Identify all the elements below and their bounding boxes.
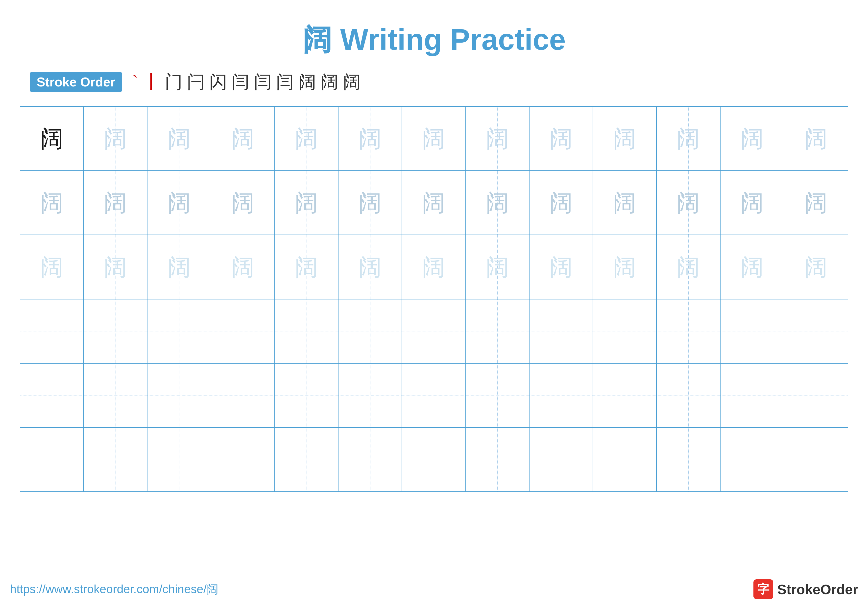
cell-3-4[interactable]: 阔 bbox=[211, 235, 275, 299]
cell-5-12[interactable] bbox=[721, 364, 784, 427]
cell-6-1[interactable] bbox=[20, 428, 84, 491]
stroke-11: 阔 bbox=[343, 70, 361, 94]
grid-row-4 bbox=[20, 300, 848, 364]
cell-1-7[interactable]: 阔 bbox=[402, 107, 466, 170]
page: 阔 Writing Practice Stroke Order ` 丨 门 闩 … bbox=[0, 0, 868, 614]
cell-1-6[interactable]: 阔 bbox=[338, 107, 402, 170]
cell-1-12[interactable]: 阔 bbox=[721, 107, 784, 170]
cell-4-5[interactable] bbox=[275, 300, 338, 363]
cell-2-12[interactable]: 阔 bbox=[721, 171, 784, 235]
cell-2-13[interactable]: 阔 bbox=[784, 171, 848, 235]
stroke-6: 闫 bbox=[232, 70, 250, 94]
cell-5-9[interactable] bbox=[530, 364, 593, 427]
cell-6-11[interactable] bbox=[657, 428, 720, 491]
stroke-1: ` bbox=[132, 72, 138, 92]
cell-5-4[interactable] bbox=[211, 364, 275, 427]
cell-2-6[interactable]: 阔 bbox=[338, 171, 402, 235]
cell-3-7[interactable]: 阔 bbox=[402, 235, 466, 299]
cell-4-6[interactable] bbox=[338, 300, 402, 363]
cell-6-10[interactable] bbox=[593, 428, 657, 491]
cell-2-11[interactable]: 阔 bbox=[657, 171, 720, 235]
practice-grid: 阔 阔 阔 阔 阔 阔 阔 阔 阔 阔 阔 阔 阔 阔 阔 阔 阔 阔 阔 阔 … bbox=[20, 106, 848, 492]
cell-5-11[interactable] bbox=[657, 364, 720, 427]
grid-row-2: 阔 阔 阔 阔 阔 阔 阔 阔 阔 阔 阔 阔 阔 bbox=[20, 171, 848, 235]
cell-6-8[interactable] bbox=[466, 428, 530, 491]
cell-4-2[interactable] bbox=[84, 300, 147, 363]
cell-6-2[interactable] bbox=[84, 428, 147, 491]
cell-4-9[interactable] bbox=[530, 300, 593, 363]
cell-2-9[interactable]: 阔 bbox=[530, 171, 593, 235]
cell-4-12[interactable] bbox=[721, 300, 784, 363]
cell-1-11[interactable]: 阔 bbox=[657, 107, 720, 170]
cell-6-6[interactable] bbox=[338, 428, 402, 491]
cell-5-3[interactable] bbox=[147, 364, 211, 427]
cell-3-3[interactable]: 阔 bbox=[147, 235, 211, 299]
stroke-8: 闫 bbox=[276, 70, 294, 94]
page-title: 阔 Writing Practice bbox=[302, 20, 566, 60]
cell-2-2[interactable]: 阔 bbox=[84, 171, 147, 235]
cell-2-4[interactable]: 阔 bbox=[211, 171, 275, 235]
cell-4-7[interactable] bbox=[402, 300, 466, 363]
cell-3-5[interactable]: 阔 bbox=[275, 235, 338, 299]
cell-1-9[interactable]: 阔 bbox=[530, 107, 593, 170]
cell-4-8[interactable] bbox=[466, 300, 530, 363]
cell-6-9[interactable] bbox=[530, 428, 593, 491]
cell-4-4[interactable] bbox=[211, 300, 275, 363]
cell-2-3[interactable]: 阔 bbox=[147, 171, 211, 235]
grid-row-1: 阔 阔 阔 阔 阔 阔 阔 阔 阔 阔 阔 阔 阔 bbox=[20, 107, 848, 171]
stroke-7: 闫 bbox=[254, 70, 272, 94]
cell-1-13[interactable]: 阔 bbox=[784, 107, 848, 170]
cell-5-2[interactable] bbox=[84, 364, 147, 427]
char-dark: 阔 bbox=[40, 127, 64, 150]
cell-2-1[interactable]: 阔 bbox=[20, 171, 84, 235]
cell-6-7[interactable] bbox=[402, 428, 466, 491]
cell-2-7[interactable]: 阔 bbox=[402, 171, 466, 235]
cell-6-13[interactable] bbox=[784, 428, 848, 491]
stroke-order-badge: Stroke Order bbox=[30, 72, 122, 92]
grid-row-5 bbox=[20, 364, 848, 428]
cell-3-9[interactable]: 阔 bbox=[530, 235, 593, 299]
cell-4-11[interactable] bbox=[657, 300, 720, 363]
cell-3-12[interactable]: 阔 bbox=[721, 235, 784, 299]
cell-5-5[interactable] bbox=[275, 364, 338, 427]
cell-4-10[interactable] bbox=[593, 300, 657, 363]
footer-url: https://www.strokeorder.com/chinese/阔 bbox=[10, 581, 219, 597]
stroke-10: 阔 bbox=[321, 70, 338, 94]
stroke-order-section: Stroke Order ` 丨 门 闩 闪 闫 闫 闫 阔 阔 阔 bbox=[20, 70, 848, 94]
cell-3-11[interactable]: 阔 bbox=[657, 235, 720, 299]
stroke-4: 闩 bbox=[187, 70, 205, 94]
cell-2-10[interactable]: 阔 bbox=[593, 171, 657, 235]
cell-3-2[interactable]: 阔 bbox=[84, 235, 147, 299]
cell-6-3[interactable] bbox=[147, 428, 211, 491]
cell-3-10[interactable]: 阔 bbox=[593, 235, 657, 299]
cell-6-12[interactable] bbox=[721, 428, 784, 491]
cell-1-1[interactable]: 阔 bbox=[20, 107, 84, 170]
cell-1-4[interactable]: 阔 bbox=[211, 107, 275, 170]
cell-4-1[interactable] bbox=[20, 300, 84, 363]
cell-2-5[interactable]: 阔 bbox=[275, 171, 338, 235]
cell-4-13[interactable] bbox=[784, 300, 848, 363]
footer: https://www.strokeorder.com/chinese/阔 字 … bbox=[0, 569, 868, 599]
cell-1-3[interactable]: 阔 bbox=[147, 107, 211, 170]
cell-5-10[interactable] bbox=[593, 364, 657, 427]
cell-6-4[interactable] bbox=[211, 428, 275, 491]
cell-3-8[interactable]: 阔 bbox=[466, 235, 530, 299]
cell-4-3[interactable] bbox=[147, 300, 211, 363]
cell-1-5[interactable]: 阔 bbox=[275, 107, 338, 170]
cell-1-8[interactable]: 阔 bbox=[466, 107, 530, 170]
cell-6-5[interactable] bbox=[275, 428, 338, 491]
cell-3-13[interactable]: 阔 bbox=[784, 235, 848, 299]
cell-5-8[interactable] bbox=[466, 364, 530, 427]
logo-icon: 字 bbox=[753, 579, 773, 599]
cell-1-10[interactable]: 阔 bbox=[593, 107, 657, 170]
cell-5-6[interactable] bbox=[338, 364, 402, 427]
cell-2-8[interactable]: 阔 bbox=[466, 171, 530, 235]
cell-5-1[interactable] bbox=[20, 364, 84, 427]
cell-3-1[interactable]: 阔 bbox=[20, 235, 84, 299]
cell-5-7[interactable] bbox=[402, 364, 466, 427]
footer-logo: 字 StrokeOrder bbox=[753, 579, 858, 599]
stroke-3: 门 bbox=[165, 70, 183, 94]
cell-5-13[interactable] bbox=[784, 364, 848, 427]
cell-3-6[interactable]: 阔 bbox=[338, 235, 402, 299]
cell-1-2[interactable]: 阔 bbox=[84, 107, 147, 170]
